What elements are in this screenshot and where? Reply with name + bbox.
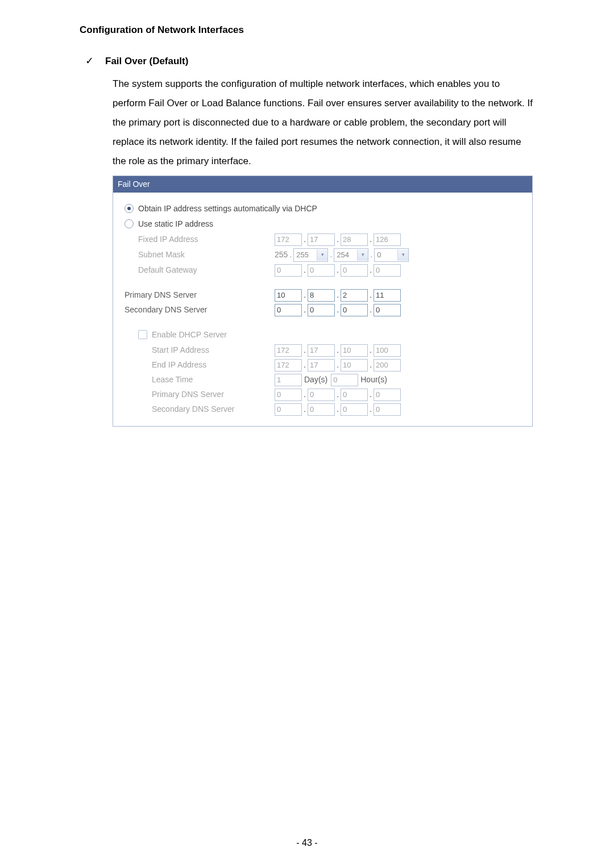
dhcp-secondary-dns-4[interactable]: 0 [374, 403, 401, 416]
page-number: - 43 - [0, 836, 614, 850]
fixed-ip-3[interactable]: 28 [341, 233, 368, 246]
chevron-down-icon: ▾ [317, 249, 327, 261]
sub-heading: Fail Over (Default) [105, 54, 188, 69]
fixed-ip-1[interactable]: 172 [275, 233, 302, 246]
end-ip-2[interactable]: 17 [308, 359, 335, 372]
page-heading: Configuration of Network Interfaces [80, 23, 534, 37]
subnet-sel-2[interactable]: 254▾ [334, 248, 368, 262]
dhcp-primary-dns-3[interactable]: 0 [341, 389, 368, 401]
gateway-4[interactable]: 0 [374, 264, 401, 277]
check-icon: ✓ [80, 52, 94, 69]
start-ip-label: Start IP Address [152, 344, 275, 356]
enable-dhcp-label: Enable DHCP Server [152, 329, 227, 341]
fixed-ip-label: Fixed IP Address [138, 233, 275, 245]
start-ip-4[interactable]: 100 [374, 344, 401, 357]
end-ip-4[interactable]: 200 [374, 359, 401, 372]
lease-days[interactable]: 1 [275, 374, 302, 386]
subnet-prefix: 255 [275, 249, 288, 261]
radio-static-label: Use static IP address [138, 218, 213, 230]
gateway-3[interactable]: 0 [341, 264, 368, 277]
lease-hours[interactable]: 0 [331, 374, 358, 386]
dhcp-secondary-dns-3[interactable]: 0 [341, 403, 368, 416]
secondary-dns-4[interactable]: 0 [374, 304, 401, 316]
subnet-sel-3[interactable]: 0▾ [374, 248, 409, 262]
fixed-ip-4[interactable]: 126 [374, 233, 401, 246]
secondary-dns-1[interactable]: 0 [275, 304, 302, 316]
dhcp-secondary-dns-1[interactable]: 0 [275, 403, 302, 416]
lease-days-word: Day(s) [304, 374, 327, 386]
radio-static[interactable] [125, 219, 134, 228]
body-paragraph: The system supports the configuration of… [113, 74, 534, 171]
primary-dns-1[interactable]: 10 [275, 289, 302, 302]
primary-dns-4[interactable]: 11 [374, 289, 401, 302]
dhcp-primary-dns-2[interactable]: 0 [308, 389, 335, 401]
dhcp-primary-dns-label: Primary DNS Server [152, 389, 275, 400]
chevron-down-icon: ▾ [357, 249, 368, 261]
failover-panel: Fail Over Obtain IP address settings aut… [113, 176, 533, 427]
lease-label: Lease Time [152, 374, 275, 386]
primary-dns-2[interactable]: 8 [308, 289, 335, 302]
lease-hours-word: Hour(s) [360, 374, 387, 386]
subnet-label: Subnet Mask [138, 249, 275, 261]
gateway-1[interactable]: 0 [275, 264, 302, 277]
secondary-dns-3[interactable]: 0 [341, 304, 368, 316]
radio-dhcp-label: Obtain IP address settings automatically… [138, 203, 317, 215]
fixed-ip-2[interactable]: 17 [308, 233, 335, 246]
secondary-dns-label: Secondary DNS Server [125, 304, 275, 316]
start-ip-2[interactable]: 17 [308, 344, 335, 357]
secondary-dns-2[interactable]: 0 [308, 304, 335, 316]
dhcp-secondary-dns-2[interactable]: 0 [308, 403, 335, 416]
primary-dns-3[interactable]: 2 [341, 289, 368, 302]
panel-title: Fail Over [113, 176, 532, 193]
gateway-2[interactable]: 0 [308, 264, 335, 277]
dhcp-primary-dns-4[interactable]: 0 [374, 389, 401, 401]
end-ip-3[interactable]: 10 [341, 359, 368, 372]
dhcp-primary-dns-1[interactable]: 0 [275, 389, 302, 401]
end-ip-1[interactable]: 172 [275, 359, 302, 372]
start-ip-1[interactable]: 172 [275, 344, 302, 357]
radio-dhcp[interactable] [125, 204, 134, 213]
checkbox-enable-dhcp[interactable] [138, 330, 147, 339]
start-ip-3[interactable]: 10 [341, 344, 368, 357]
end-ip-label: End IP Address [152, 359, 275, 371]
dhcp-secondary-dns-label: Secondary DNS Server [152, 403, 275, 415]
subnet-sel-1[interactable]: 255▾ [293, 248, 328, 262]
gateway-label: Default Gateway [138, 264, 275, 276]
chevron-down-icon: ▾ [397, 249, 408, 261]
primary-dns-label: Primary DNS Server [125, 289, 275, 301]
